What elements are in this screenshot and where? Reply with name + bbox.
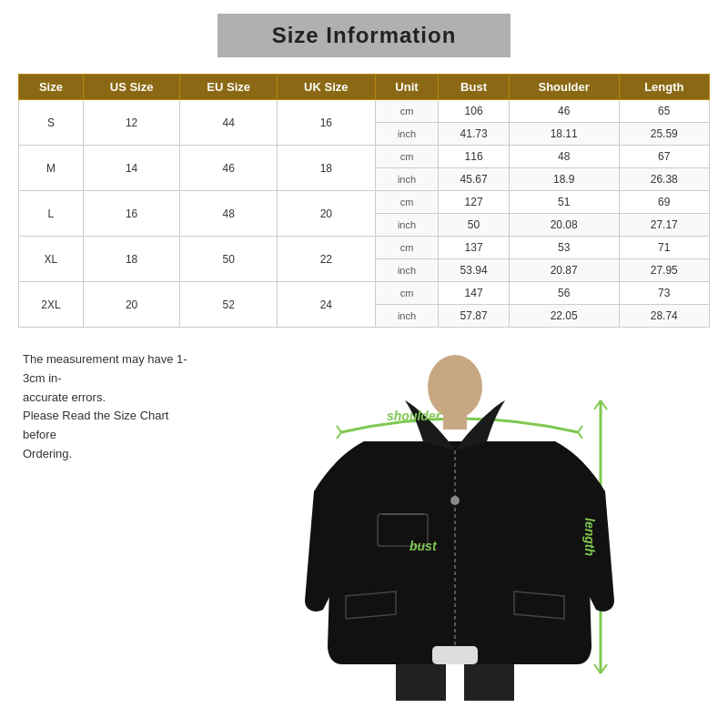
unit-cell: cm — [375, 282, 439, 305]
col-shoulder: Shoulder — [509, 75, 619, 100]
bust-cell: 53.94 — [439, 259, 509, 282]
table-row: 2XL205224cm1475673 — [19, 282, 710, 305]
shoulder-cell: 20.87 — [509, 259, 619, 282]
size-cell: M — [19, 146, 84, 191]
size-cell: S — [19, 100, 84, 146]
col-length: Length — [619, 75, 709, 100]
size-cell: XL — [19, 237, 84, 282]
length-cell: 26.38 — [619, 168, 709, 191]
bust-cell: 147 — [439, 282, 509, 305]
bust-cell: 57.87 — [439, 305, 509, 328]
page-container: Size Information Size US Size EU Size UK… — [0, 0, 728, 728]
bottom-section: The measurement may have 1-3cm in- accur… — [18, 341, 710, 714]
uk-size-cell: 24 — [277, 282, 375, 328]
eu-size-cell: 52 — [180, 282, 278, 328]
page-title: Size Information — [272, 23, 457, 48]
us-size-cell: 16 — [83, 191, 180, 237]
bust-cell: 50 — [439, 214, 509, 237]
jacket-section: shoulder bust length — [209, 341, 710, 714]
eu-size-cell: 48 — [180, 191, 278, 237]
size-cell: 2XL — [19, 282, 84, 328]
table-row: M144618cm1164867 — [19, 146, 710, 168]
size-table: Size US Size EU Size UK Size Unit Bust S… — [18, 74, 710, 328]
eu-size-cell: 44 — [180, 100, 278, 146]
bust-cell: 45.67 — [439, 168, 509, 191]
length-cell: 27.95 — [619, 259, 709, 282]
jacket-illustration: shoulder bust length — [287, 346, 632, 710]
unit-cell: cm — [375, 146, 439, 168]
eu-size-cell: 50 — [180, 237, 278, 282]
col-us-size: US Size — [83, 75, 180, 100]
note-line2: accurate errors. — [23, 389, 196, 408]
col-unit: Unit — [375, 75, 439, 100]
bust-cell: 41.73 — [439, 123, 509, 146]
length-cell: 65 — [619, 100, 709, 123]
uk-size-cell: 22 — [277, 237, 375, 282]
table-row: S124416cm1064665 — [19, 100, 710, 123]
shoulder-cell: 18.9 — [509, 168, 619, 191]
uk-size-cell: 18 — [277, 146, 375, 191]
size-cell: L — [19, 191, 84, 237]
svg-point-19 — [450, 496, 460, 505]
shoulder-cell: 51 — [509, 191, 619, 214]
col-bust: Bust — [439, 75, 509, 100]
svg-text:shoulder: shoulder — [387, 409, 442, 423]
svg-rect-16 — [464, 664, 514, 701]
table-header-row: Size US Size EU Size UK Size Unit Bust S… — [19, 75, 710, 100]
uk-size-cell: 20 — [277, 191, 375, 237]
unit-cell: inch — [375, 259, 439, 282]
col-size: Size — [19, 75, 84, 100]
unit-cell: cm — [375, 100, 439, 123]
unit-cell: cm — [375, 191, 439, 214]
shoulder-cell: 20.08 — [509, 214, 619, 237]
bust-cell: 106 — [439, 100, 509, 123]
bust-cell: 137 — [439, 237, 509, 259]
unit-cell: inch — [375, 305, 439, 328]
jacket-container: shoulder bust length — [287, 346, 632, 710]
us-size-cell: 18 — [83, 237, 180, 282]
bust-cell: 127 — [439, 191, 509, 214]
length-cell: 67 — [619, 146, 709, 168]
svg-text:length: length — [582, 518, 597, 556]
unit-cell: inch — [375, 168, 439, 191]
us-size-cell: 12 — [83, 100, 180, 146]
note-line3: Please Read the Size Chart before — [23, 407, 196, 445]
svg-rect-14 — [432, 646, 478, 664]
length-cell: 28.74 — [619, 305, 709, 328]
length-cell: 69 — [619, 191, 709, 214]
shoulder-cell: 48 — [509, 146, 619, 168]
shoulder-cell: 22.05 — [509, 305, 619, 328]
table-row: L164820cm1275169 — [19, 191, 710, 214]
svg-text:bust: bust — [410, 539, 438, 553]
svg-rect-18 — [443, 411, 467, 430]
shoulder-cell: 56 — [509, 282, 619, 305]
unit-cell: inch — [375, 123, 439, 146]
length-cell: 73 — [619, 282, 709, 305]
note-line4: Ordering. — [23, 445, 196, 464]
note-line1: The measurement may have 1-3cm in- — [23, 350, 196, 389]
shoulder-cell: 46 — [509, 100, 619, 123]
length-cell: 71 — [619, 237, 709, 259]
us-size-cell: 14 — [83, 146, 180, 191]
bust-cell: 116 — [439, 146, 509, 168]
notes-section: The measurement may have 1-3cm in- accur… — [18, 341, 200, 714]
length-cell: 27.17 — [619, 214, 709, 237]
table-row: XL185022cm1375371 — [19, 237, 710, 259]
shoulder-cell: 18.11 — [509, 123, 619, 146]
col-uk-size: UK Size — [277, 75, 375, 100]
title-box: Size Information — [217, 14, 511, 57]
shoulder-cell: 53 — [509, 237, 619, 259]
col-eu-size: EU Size — [180, 75, 278, 100]
us-size-cell: 20 — [83, 282, 180, 328]
uk-size-cell: 16 — [277, 100, 375, 146]
length-cell: 25.59 — [619, 123, 709, 146]
eu-size-cell: 46 — [180, 146, 278, 191]
unit-cell: cm — [375, 237, 439, 259]
unit-cell: inch — [375, 214, 439, 237]
svg-rect-15 — [396, 664, 446, 701]
